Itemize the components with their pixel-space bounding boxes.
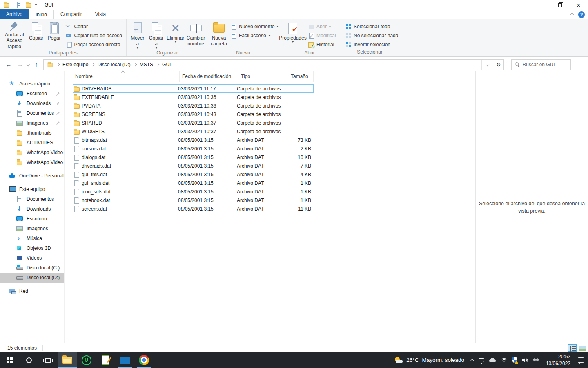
task-view-button[interactable] (38, 352, 58, 368)
sidebar-item[interactable]: WhatsApp Video (0, 157, 64, 167)
breadcrumb-item[interactable]: GUI (162, 62, 171, 67)
file-row[interactable]: WIDGETS 03/03/2021 10:37 Carpeta de arch… (73, 127, 314, 136)
breadcrumb-item[interactable]: Este equipo (62, 62, 88, 67)
file-row[interactable]: PVDATA 03/03/2021 10:36 Carpeta de archi… (73, 101, 314, 110)
breadcrumb-item[interactable]: Disco local (D:) (97, 62, 130, 67)
copy-path-button[interactable]: Copiar ruta de acceso (63, 31, 125, 40)
sidebar-item[interactable]: Documentos (0, 194, 64, 204)
tab-home[interactable]: Inicio (29, 10, 54, 19)
file-row[interactable]: SCREENS 03/03/2021 10:43 Carpeta de arch… (73, 110, 314, 119)
sidebar-item[interactable]: ACTIVITIES (0, 138, 64, 148)
hidden-icons-button[interactable] (468, 352, 476, 368)
file-row[interactable]: SHARED 03/03/2021 10:37 Carpeta de archi… (73, 119, 314, 127)
delete-button[interactable]: ✕ Eliminar (165, 20, 185, 50)
copy-button[interactable]: Copiar (27, 20, 45, 50)
close-button[interactable]: × (569, 0, 588, 10)
up-button[interactable]: ↑ (32, 61, 41, 68)
sidebar-item[interactable]: Red (0, 286, 64, 296)
sidebar-item[interactable]: Escritorio (0, 214, 64, 224)
thumbnails-view-button[interactable] (577, 344, 586, 352)
file-row[interactable]: driveraids.dat 08/05/2001 3:15 Archivo D… (73, 162, 314, 170)
file-row[interactable]: icon_sets.dat 08/05/2001 3:15 Archivo DA… (73, 187, 314, 196)
properties-qat-icon[interactable] (16, 2, 22, 8)
file-row[interactable]: gui_snds.dat 08/05/2001 3:15 Archivo DAT… (73, 179, 314, 187)
column-header-date[interactable]: Fecha de modificación (180, 71, 238, 82)
notepad-taskbar-button[interactable] (96, 352, 115, 368)
refresh-button[interactable]: ↻ (493, 60, 503, 70)
select-all-button[interactable]: Seleccionar todo (343, 22, 401, 31)
sidebar-item[interactable]: Downloads (0, 204, 64, 214)
sidebar-item[interactable]: Vídeos (0, 253, 64, 263)
address-bar[interactable]: Este equipo Disco local (D:) MSTS GUI ↻ (43, 59, 504, 70)
paste-shortcut-button[interactable]: Pegar acceso directo (63, 40, 125, 49)
tab-share[interactable]: Compartir (54, 9, 89, 19)
sidebar-item[interactable]: .thumbnails (0, 128, 64, 138)
details-view-button[interactable] (568, 344, 577, 352)
search-box[interactable] (511, 59, 571, 70)
cut-button[interactable]: Cortar (63, 22, 125, 31)
sidebar-item[interactable]: Acceso rápido (0, 79, 64, 89)
sidebar-item[interactable]: Disco local (C:) (0, 263, 64, 273)
rename-button[interactable]: Cambiar nombre (185, 20, 206, 50)
copy-to-button[interactable]: Copiar a (147, 20, 166, 50)
column-header-type[interactable]: Tipo (238, 71, 288, 82)
help-icon[interactable]: ? (578, 11, 585, 18)
tab-view[interactable]: Vista (89, 9, 112, 19)
history-button[interactable]: Historial (305, 40, 339, 49)
tab-file[interactable]: Archivo (0, 9, 29, 19)
collapse-ribbon-icon[interactable] (570, 13, 574, 16)
select-none-button[interactable]: No seleccionar nada (343, 31, 401, 40)
search-button[interactable] (19, 352, 38, 368)
new-folder-button[interactable]: Nueva carpeta (210, 20, 228, 50)
volume-tray-button[interactable] (519, 352, 530, 368)
dropbox-tray-button[interactable] (530, 352, 542, 368)
column-header-name[interactable]: Nombre (73, 71, 180, 82)
action-center-icon[interactable] (578, 357, 584, 363)
sidebar-item[interactable]: Música (0, 233, 64, 243)
recent-locations-icon[interactable] (27, 63, 30, 66)
cast-tray-button[interactable] (476, 352, 487, 368)
file-row[interactable]: dialogs.dat 08/05/2001 3:15 Archivo DAT … (73, 153, 314, 162)
sidebar-item[interactable]: Imágenes (0, 118, 64, 128)
paste-button[interactable]: Pegar (45, 20, 63, 50)
sidebar-item[interactable]: Objetos 3D (0, 243, 64, 253)
search-input[interactable] (523, 62, 567, 67)
start-button[interactable] (0, 352, 19, 368)
sidebar-item[interactable]: Imágenes (0, 224, 64, 233)
address-dropdown-button[interactable] (481, 60, 493, 70)
invert-selection-button[interactable]: Invertir selección (343, 40, 401, 49)
clock[interactable]: 20:52 13/06/2022 (542, 353, 575, 366)
sidebar-item[interactable]: OneDrive - Personal (0, 171, 64, 181)
file-row[interactable]: gui_fnts.dat 08/05/2001 3:15 Archivo DAT… (73, 170, 314, 179)
new-folder-qat-icon[interactable] (25, 2, 32, 8)
properties-button[interactable]: Propiedades (280, 20, 305, 50)
sidebar-item[interactable]: Documentos (0, 108, 64, 118)
breadcrumb-item[interactable]: MSTS (140, 62, 153, 67)
security-tray-button[interactable] (510, 352, 519, 368)
weather-widget[interactable]: 26°C Mayorm. soleado (390, 357, 468, 364)
pin-quick-access-button[interactable]: Anclar al Acceso rápido (2, 20, 27, 50)
new-item-button[interactable]: Nuevo elemento (228, 22, 281, 31)
move-to-button[interactable]: Mover a (128, 20, 147, 50)
onedrive-tray-button[interactable] (487, 352, 499, 368)
file-row[interactable]: screens.dat 08/05/2001 3:15 Archivo DAT … (73, 204, 314, 213)
restore-button[interactable] (550, 0, 569, 10)
easy-access-button[interactable]: Fácil acceso (228, 31, 281, 40)
file-explorer-taskbar-button[interactable] (58, 352, 77, 368)
file-row[interactable]: notebook.dat 08/05/2001 3:15 Archivo DAT… (73, 196, 314, 204)
file-row[interactable]: cursors.dat 08/05/2001 3:15 Archivo DAT … (73, 144, 314, 153)
file-row[interactable]: EXTENDABLE 03/03/2021 10:36 Carpeta de a… (73, 93, 314, 101)
sidebar-item[interactable]: Escritorio (0, 89, 64, 99)
file-row[interactable]: bitmaps.dat 08/05/2001 3:15 Archivo DAT … (73, 136, 314, 144)
minimize-button[interactable] (532, 0, 550, 10)
back-button[interactable]: ← (4, 61, 13, 68)
iobit-taskbar-button[interactable]: U (77, 352, 96, 368)
customize-qat-icon[interactable] (35, 4, 37, 6)
sidebar-item[interactable]: Este equipo (0, 184, 64, 194)
chrome-taskbar-button[interactable] (134, 352, 154, 368)
sidebar-item[interactable]: Disco local (D:) (0, 273, 64, 283)
sidebar-item[interactable]: WhatsApp Video (0, 148, 64, 157)
network-tray-button[interactable] (499, 352, 510, 368)
mail-taskbar-button[interactable] (115, 352, 134, 368)
file-row[interactable]: DRIVERAIDS 03/03/2021 11:17 Carpeta de a… (73, 84, 314, 93)
